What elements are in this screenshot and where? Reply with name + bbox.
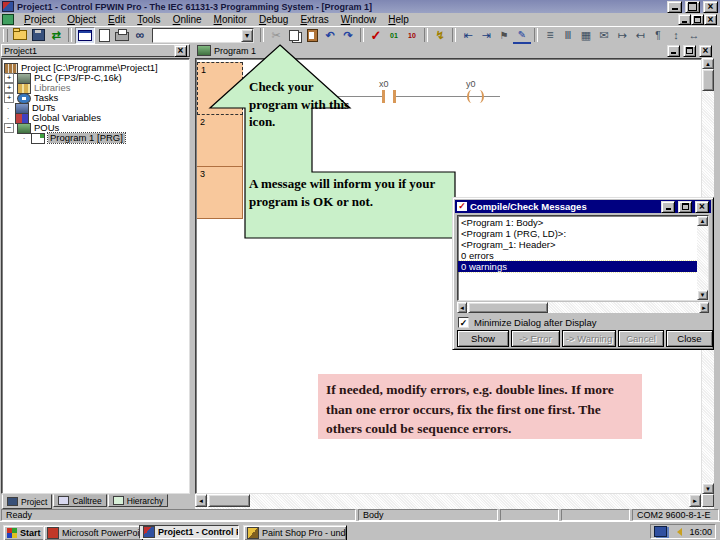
columns-icon[interactable]: [559, 28, 577, 43]
document-icon[interactable]: [2, 14, 14, 25]
combobox-dropdown-icon[interactable]: [241, 29, 253, 42]
undo-icon[interactable]: [321, 28, 339, 43]
tree-item-plc[interactable]: PLC (FP3/FP-C,16k): [4, 73, 187, 83]
tree-item-libraries[interactable]: Libraries: [4, 83, 187, 93]
check-program-icon[interactable]: [367, 28, 385, 43]
wizard-icon[interactable]: [431, 28, 449, 43]
menu-extras[interactable]: Extras: [294, 13, 334, 26]
minimize-button[interactable]: [667, 1, 682, 13]
grid-icon[interactable]: [577, 28, 595, 43]
menu-object[interactable]: Object: [61, 13, 102, 26]
menu-online[interactable]: Online: [167, 13, 208, 26]
dialog-title-bar[interactable]: ✓ Compile/Check Messages: [455, 200, 711, 213]
taskbar-item-paintshop[interactable]: Paint Shop Pro - und8...: [243, 525, 347, 540]
message-line-selected[interactable]: 0 warnings: [458, 261, 697, 272]
taskbar-item-fpwin-active[interactable]: Project1 - Control FP...: [139, 525, 239, 539]
message-line[interactable]: 0 errors: [458, 250, 697, 261]
cut-icon[interactable]: [267, 28, 285, 43]
next-network-icon[interactable]: [613, 28, 631, 43]
indent-icon[interactable]: [477, 28, 495, 43]
entry-combobox-input[interactable]: [153, 29, 241, 42]
bookmark-flag-icon[interactable]: [495, 28, 513, 43]
scroll-up-icon[interactable]: [702, 58, 714, 69]
io-comment-icon[interactable]: [595, 28, 613, 43]
scroll-up-icon[interactable]: [697, 216, 708, 226]
find-icon[interactable]: [131, 28, 149, 43]
menu-project[interactable]: Project: [18, 13, 61, 26]
copy-icon[interactable]: [285, 28, 303, 43]
messages-vertical-scrollbar[interactable]: [697, 216, 708, 300]
expand-icon[interactable]: [4, 73, 14, 83]
cancel-button[interactable]: Cancel: [618, 330, 664, 347]
menu-help[interactable]: Help: [382, 13, 415, 26]
expand-icon[interactable]: [4, 83, 14, 93]
horizontal-scroll-thumb[interactable]: [208, 494, 250, 507]
coil-label[interactable]: y0: [466, 79, 476, 89]
menu-monitor[interactable]: Monitor: [208, 13, 253, 26]
scroll-left-icon[interactable]: [195, 494, 207, 507]
horizontal-scrollbar[interactable]: [195, 494, 714, 509]
network-list-icon[interactable]: [541, 28, 559, 43]
entry-combobox[interactable]: [152, 28, 254, 43]
project-window-icon[interactable]: [75, 27, 95, 44]
import-export-icon[interactable]: [47, 28, 65, 43]
horizontal-scroll-thumb[interactable]: [468, 302, 548, 313]
scroll-right-icon[interactable]: [689, 494, 701, 507]
menu-window[interactable]: Window: [335, 13, 383, 26]
menu-edit[interactable]: Edit: [102, 13, 131, 26]
collapse-icon[interactable]: [4, 123, 14, 133]
goto-warning-button[interactable]: -> Warning: [562, 330, 616, 347]
minimize-dialog-option[interactable]: Minimize Dialog after Display: [458, 317, 596, 328]
tab-calltree[interactable]: Calltree: [53, 494, 106, 507]
dialog-maximize-button[interactable]: [678, 201, 692, 213]
editor-minimize-button[interactable]: [667, 45, 680, 57]
coil-arc-right[interactable]: [475, 90, 484, 103]
paste-icon[interactable]: [303, 28, 321, 43]
tab-project[interactable]: Project: [2, 494, 52, 509]
start-button[interactable]: Start: [3, 525, 47, 540]
print-icon[interactable]: [113, 28, 131, 43]
dialog-close-button[interactable]: [695, 201, 709, 213]
new-document-icon[interactable]: [95, 28, 113, 43]
tree-item-program1[interactable]: · Program 1 [PRG]: [4, 133, 187, 143]
scroll-down-icon[interactable]: [697, 290, 708, 300]
redo-icon[interactable]: [339, 28, 357, 43]
messages-list[interactable]: <Program 1: Body> <Program 1 (PRG, LD)>:…: [457, 215, 709, 301]
maximize-button[interactable]: [685, 1, 700, 13]
checkbox-checked-icon[interactable]: [458, 317, 469, 328]
tab-hierarchy[interactable]: Hierarchy: [108, 494, 168, 507]
message-line[interactable]: <Program_1: Header>: [458, 239, 697, 250]
editor-restore-button[interactable]: [683, 45, 696, 57]
edit-mode-icon[interactable]: [513, 27, 531, 44]
fit-height-icon[interactable]: [667, 28, 685, 43]
message-line[interactable]: <Program 1 (PRG, LD)>:: [458, 228, 697, 239]
messages-horizontal-scrollbar[interactable]: [457, 302, 709, 313]
outdent-icon[interactable]: [459, 28, 477, 43]
tree-item-global-variables[interactable]: · Global Variables: [4, 113, 187, 123]
show-button[interactable]: Show: [457, 330, 509, 347]
editor-close-button[interactable]: [699, 45, 712, 57]
comments-icon[interactable]: [649, 28, 667, 43]
close-button[interactable]: [703, 1, 718, 13]
message-line[interactable]: <Program 1: Body>: [458, 217, 697, 228]
vertical-scroll-thumb[interactable]: [702, 69, 714, 91]
scroll-left-icon[interactable]: [457, 302, 467, 313]
volume-tray-icon[interactable]: [673, 528, 682, 536]
dialog-minimize-button[interactable]: [661, 201, 675, 213]
scroll-down-icon[interactable]: [702, 483, 714, 494]
open-project-icon[interactable]: [11, 28, 29, 43]
child-restore-button[interactable]: [691, 14, 704, 25]
toolbar-grip[interactable]: [3, 29, 8, 42]
goto-error-button[interactable]: -> Error: [511, 330, 560, 347]
previous-network-icon[interactable]: [631, 28, 649, 43]
compile-program-icon[interactable]: [385, 28, 403, 43]
close-dialog-button[interactable]: Close: [666, 330, 713, 347]
menu-tools[interactable]: Tools: [131, 13, 166, 26]
child-minimize-button[interactable]: [678, 14, 691, 25]
child-close-button[interactable]: [704, 14, 717, 25]
save-project-icon[interactable]: [29, 28, 47, 43]
compile-all-icon[interactable]: [403, 28, 421, 43]
scroll-right-icon[interactable]: [699, 302, 709, 313]
navigator-close-button[interactable]: [174, 45, 187, 57]
taskbar-item-powerpoint[interactable]: Microsoft PowerPoint - [1...: [43, 525, 143, 540]
